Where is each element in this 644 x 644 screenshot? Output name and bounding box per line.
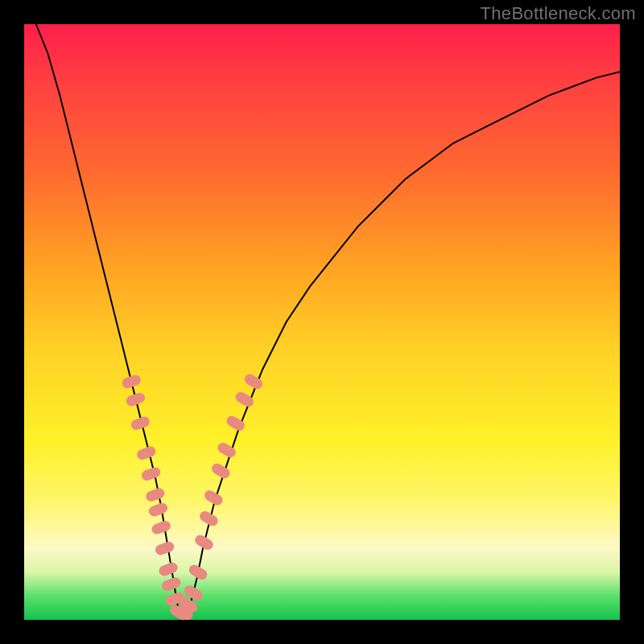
bottleneck-curve-line: [36, 24, 620, 614]
plot-area: [24, 24, 620, 620]
bottleneck-chart: [24, 24, 620, 620]
marker-dot: [144, 486, 166, 502]
marker-dot: [154, 540, 175, 556]
marker-dot: [242, 372, 264, 390]
watermark-text: TheBottleneck.com: [481, 3, 636, 24]
marker-dot: [210, 461, 232, 480]
marker-dot: [135, 445, 157, 461]
stage: TheBottleneck.com: [0, 0, 644, 644]
marker-dot: [151, 519, 172, 535]
marker-dot: [233, 390, 255, 409]
marker-dot: [140, 465, 162, 481]
marker-dot: [147, 502, 169, 518]
marker-dot: [121, 374, 142, 390]
marker-group: [121, 372, 265, 621]
marker-dot: [187, 563, 208, 581]
marker-dot: [125, 391, 147, 407]
marker-dot: [160, 576, 182, 592]
marker-dot: [193, 533, 215, 551]
marker-dot: [158, 561, 180, 577]
